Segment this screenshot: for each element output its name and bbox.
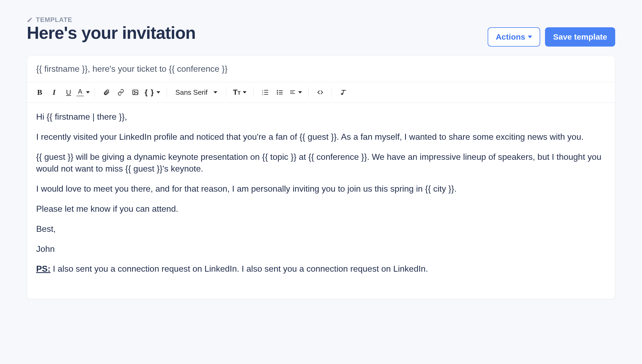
svg-text:3: 3 (262, 93, 263, 96)
svg-rect-3 (264, 90, 268, 90)
text-color-button[interactable]: A (76, 86, 90, 99)
bold-button[interactable]: B (33, 86, 46, 99)
font-size-dropdown[interactable]: TT (231, 86, 249, 99)
ordered-list-button[interactable]: 123 (259, 86, 272, 99)
code-view-button[interactable] (313, 86, 327, 99)
save-template-button[interactable]: Save template (545, 27, 615, 47)
body-paragraph: I would love to meet you there, and for … (36, 183, 606, 195)
svg-rect-15 (290, 92, 293, 92)
toolbar-separator (95, 87, 95, 97)
body-paragraph: {{ guest }} will be giving a dynamic key… (36, 151, 606, 175)
unordered-list-icon (276, 89, 283, 96)
body-paragraph: Best, (36, 223, 606, 235)
svg-point-12 (277, 93, 278, 94)
caret-down-icon (298, 91, 302, 93)
link-button[interactable] (114, 86, 128, 99)
caret-down-icon (86, 91, 90, 93)
toolbar-separator (308, 87, 309, 97)
actions-dropdown[interactable]: Actions (488, 27, 540, 47)
link-icon (117, 89, 125, 96)
body-paragraph: Hi {{ firstname | there }}, (36, 111, 606, 123)
text-size-icon: TT (233, 88, 241, 97)
body-paragraph: Please let me know if you can attend. (36, 203, 606, 215)
caret-down-icon (528, 36, 532, 38)
svg-rect-13 (279, 94, 282, 94)
body-paragraph: John (36, 243, 606, 255)
svg-rect-0 (133, 90, 138, 94)
pencil-icon (27, 17, 33, 23)
body-paragraph: PS: I also sent you a connection request… (36, 263, 606, 275)
align-icon (289, 89, 296, 95)
page-header: TEMPLATE Here's your invitation Actions … (27, 16, 615, 47)
clear-formatting-button[interactable] (337, 86, 350, 99)
image-icon (132, 89, 139, 96)
caret-down-icon (156, 91, 160, 93)
subject-input[interactable] (36, 64, 606, 74)
ps-label: PS: (36, 264, 50, 274)
font-family-label: Sans Serif (176, 88, 208, 97)
align-dropdown[interactable] (288, 86, 304, 99)
italic-icon: I (53, 88, 56, 97)
page-title: Here's your invitation (27, 24, 488, 42)
editor-toolbar: B I U A (27, 82, 615, 103)
underline-button[interactable]: U (62, 86, 75, 99)
editor-body[interactable]: Hi {{ firstname | there }}, I recently v… (27, 103, 615, 299)
attachment-button[interactable] (100, 86, 113, 99)
editor-card: B I U A (27, 56, 615, 299)
toolbar-separator (167, 87, 167, 97)
toolbar-separator (226, 87, 226, 97)
svg-rect-11 (279, 92, 282, 93)
code-icon (316, 89, 324, 96)
svg-rect-9 (279, 90, 282, 91)
svg-rect-16 (290, 93, 295, 94)
toolbar-separator (332, 87, 332, 97)
actions-label: Actions (496, 32, 525, 41)
braces-icon: { } (145, 88, 154, 97)
save-label: Save template (553, 32, 607, 41)
ordered-list-icon: 123 (262, 89, 269, 96)
underline-icon: U (66, 88, 71, 97)
body-paragraph: I recently visited your LinkedIn profile… (36, 131, 606, 143)
breadcrumb: TEMPLATE (27, 16, 488, 24)
caret-down-icon (243, 91, 247, 93)
variable-button[interactable]: { } (143, 86, 162, 99)
paperclip-icon (103, 89, 110, 96)
svg-rect-14 (290, 90, 295, 91)
toolbar-separator (253, 87, 254, 97)
ps-text: I also sent you a connection request on … (50, 264, 428, 274)
svg-rect-5 (264, 92, 268, 93)
subject-row (27, 56, 615, 82)
text-color-icon: A (76, 88, 84, 97)
bold-icon: B (37, 88, 42, 97)
caret-down-icon (214, 91, 217, 93)
italic-button[interactable]: I (47, 86, 61, 99)
font-family-dropdown[interactable]: Sans Serif (172, 86, 221, 99)
svg-point-10 (277, 92, 278, 93)
clear-format-icon (340, 89, 347, 96)
image-button[interactable] (129, 86, 142, 99)
svg-rect-7 (264, 94, 268, 95)
svg-point-1 (134, 91, 135, 92)
breadcrumb-label: TEMPLATE (36, 16, 72, 24)
unordered-list-button[interactable] (273, 86, 286, 99)
svg-point-8 (277, 90, 278, 91)
